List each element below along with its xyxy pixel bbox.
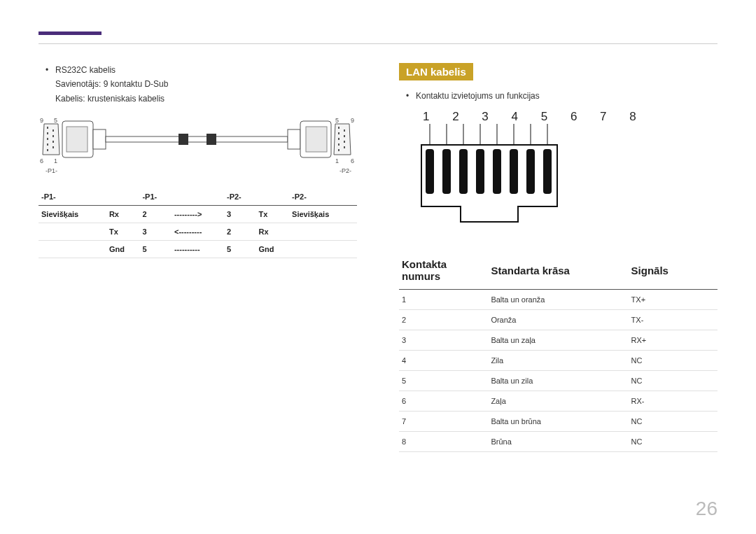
pin-number-row: 1 2 3 4 5 6 7 8 xyxy=(420,110,718,124)
table-row: 8BrūnaNC xyxy=(399,432,718,452)
svg-rect-29 xyxy=(344,141,345,143)
table-row: 7Balta un brūnaNC xyxy=(399,412,718,432)
lan-section-heading: LAN kabelis xyxy=(399,63,473,80)
svg-rect-21 xyxy=(306,127,327,152)
table-row: 6ZaļaRX- xyxy=(399,391,718,412)
dsub-cable-diagram: 9 5 6 1 -P1- xyxy=(38,113,357,176)
top-rule xyxy=(38,43,718,44)
svg-rect-45 xyxy=(442,149,451,194)
svg-rect-30 xyxy=(344,146,345,148)
svg-rect-23 xyxy=(338,132,340,134)
lan-pinout-table: Kontakta numurs Standarta krāsa Signāls … xyxy=(399,253,718,452)
table-row: 1Balta un oranžaTX+ xyxy=(399,290,718,310)
svg-text:1: 1 xyxy=(54,157,57,164)
svg-rect-49 xyxy=(510,149,518,194)
left-column: RS232C kabelis Savienotājs: 9 kontaktu D… xyxy=(38,63,357,452)
svg-rect-9 xyxy=(52,129,54,132)
svg-text:1: 1 xyxy=(335,157,339,164)
rs232-bullet: RS232C kabelis xyxy=(38,63,357,77)
label-9-left: 9 xyxy=(40,117,43,124)
accent-bar xyxy=(38,31,102,35)
svg-rect-48 xyxy=(493,149,501,194)
svg-rect-27 xyxy=(344,129,345,132)
svg-rect-26 xyxy=(338,149,340,151)
svg-rect-51 xyxy=(543,149,552,194)
rj45-diagram: 1 2 3 4 5 6 7 8 xyxy=(420,110,718,239)
svg-text:9: 9 xyxy=(351,117,354,124)
svg-rect-5 xyxy=(47,132,48,134)
svg-rect-47 xyxy=(476,149,484,194)
rs232-connector-line: Savienotājs: 9 kontaktu D-Sub xyxy=(38,77,357,91)
svg-rect-46 xyxy=(459,149,468,194)
svg-text:6: 6 xyxy=(351,157,354,164)
svg-rect-4 xyxy=(47,127,48,129)
svg-rect-17 xyxy=(178,134,188,145)
svg-rect-24 xyxy=(338,138,340,140)
table-row: 4ZilaNC xyxy=(399,351,718,371)
svg-text:-P1-: -P1- xyxy=(46,167,57,174)
svg-rect-8 xyxy=(47,149,48,151)
rs232-pin-table: -P1- -P1- -P2- -P2- Sievišķais Rx 2 ----… xyxy=(38,188,357,258)
table-header-row: Kontakta numurs Standarta krāsa Signāls xyxy=(399,253,718,290)
right-column: LAN kabelis Kontaktu izvietojums un funk… xyxy=(399,63,718,452)
table-row: 3Balta un zaļaRX+ xyxy=(399,330,718,351)
svg-rect-15 xyxy=(93,129,106,149)
svg-rect-28 xyxy=(344,135,345,137)
svg-rect-6 xyxy=(47,138,48,140)
table-header-row: -P1- -P1- -P2- -P2- xyxy=(38,188,357,206)
svg-rect-50 xyxy=(526,149,535,194)
svg-text:5: 5 xyxy=(335,117,339,124)
rs232-cable-line: Kabelis: krusteniskais kabelis xyxy=(38,92,357,106)
table-row: 5Balta un zilaNC xyxy=(399,371,718,391)
table-row: Gnd 5 ---------- 5 Gnd xyxy=(38,241,357,258)
svg-rect-16 xyxy=(106,136,288,142)
svg-text:-P2-: -P2- xyxy=(340,167,351,174)
svg-rect-44 xyxy=(426,149,434,194)
table-row: 2OranžaTX- xyxy=(399,310,718,330)
svg-rect-7 xyxy=(47,143,48,146)
svg-text:6: 6 xyxy=(40,157,43,164)
svg-rect-25 xyxy=(338,143,340,146)
page-number: 26 xyxy=(696,498,718,520)
svg-rect-18 xyxy=(206,134,216,145)
svg-rect-10 xyxy=(52,135,54,137)
svg-rect-22 xyxy=(338,127,340,129)
table-row: Sievišķais Rx 2 ---------> 3 Tx Sievišķa… xyxy=(38,206,357,223)
table-row: Tx 3 <--------- 2 Rx xyxy=(38,223,357,241)
svg-rect-12 xyxy=(52,146,54,148)
svg-rect-19 xyxy=(288,129,300,149)
lan-bullet: Kontaktu izvietojums un funkcijas xyxy=(399,89,718,103)
svg-rect-14 xyxy=(66,127,88,152)
svg-rect-11 xyxy=(52,141,54,143)
svg-text:5: 5 xyxy=(54,117,57,124)
